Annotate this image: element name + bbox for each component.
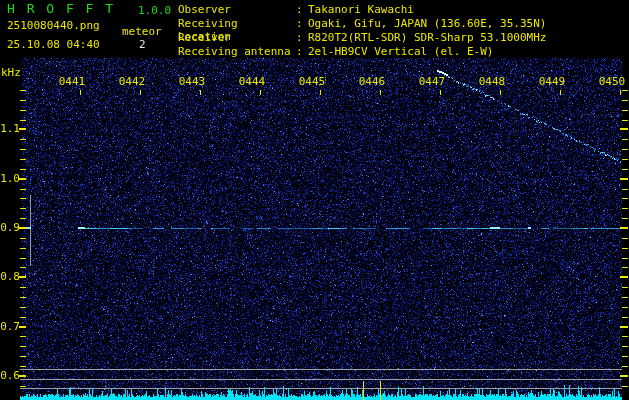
y-axis-tick-label: 1.0	[0, 173, 20, 185]
x-axis-tick-label: 0448	[477, 76, 507, 88]
x-axis-tick-label: 0441	[57, 76, 87, 88]
metadata-value: Ogaki, Gifu, JAPAN (136.60E, 35.35N)	[308, 17, 546, 31]
y-axis-unit-label: kHz	[1, 67, 21, 79]
meteor-count: 2	[139, 39, 146, 51]
x-axis-tick-label: 0442	[117, 76, 147, 88]
y-axis-tick-label: 0.7	[0, 321, 20, 333]
metadata-value: 2el-HB9CV Vertical (el. E-W)	[308, 45, 493, 59]
metadata-row: Receiving antenna:2el-HB9CV Vertical (el…	[178, 45, 546, 59]
app-version: 1.0.0	[138, 5, 171, 17]
app-title: H R O F F T	[7, 3, 115, 15]
mode-label: meteor	[122, 26, 162, 38]
metadata-separator: :	[296, 45, 308, 59]
output-filename: 2510080440.png	[7, 20, 100, 32]
y-axis-tick-label: 0.6	[0, 370, 20, 382]
y-axis-tick-label: 0.9	[0, 222, 20, 234]
metadata-row: Receiving Location:Ogaki, Gifu, JAPAN (1…	[178, 17, 546, 31]
metadata-row: Observer:Takanori Kawachi	[178, 3, 546, 17]
hrofft-screen: H R O F F T 1.0.0 2510080440.png meteor …	[0, 0, 629, 400]
metadata-value: R820T2(RTL-SDR) SDR-Sharp 53.1000MHz	[308, 31, 546, 45]
y-axis-tick-label: 0.8	[0, 271, 20, 283]
x-axis-tick-label: 0449	[537, 76, 567, 88]
x-axis-tick-label: 0444	[237, 76, 267, 88]
x-axis-tick-label: 0445	[297, 76, 327, 88]
y-axis-tick-label: 1.1	[0, 123, 20, 135]
metadata-value: Takanori Kawachi	[308, 3, 414, 17]
metadata-label: Receiving Location	[178, 17, 296, 31]
metadata-row: Receiver:R820T2(RTL-SDR) SDR-Sharp 53.10…	[178, 31, 546, 45]
metadata-separator: :	[296, 3, 308, 17]
x-axis-tick-label: 0443	[177, 76, 207, 88]
timestamp: 25.10.08 04:40	[7, 39, 100, 51]
metadata-label: Receiving antenna	[178, 45, 296, 59]
metadata-label: Receiver	[178, 31, 296, 45]
metadata-label: Observer	[178, 3, 296, 17]
metadata-separator: :	[296, 17, 308, 31]
spectrogram-canvas	[0, 0, 629, 400]
metadata-separator: :	[296, 31, 308, 45]
x-axis-tick-label: 0446	[357, 76, 387, 88]
metadata-block: Observer:Takanori KawachiReceiving Locat…	[178, 3, 546, 59]
x-axis-tick-label: 0447	[417, 76, 447, 88]
x-axis-tick-label: 0450	[597, 76, 627, 88]
